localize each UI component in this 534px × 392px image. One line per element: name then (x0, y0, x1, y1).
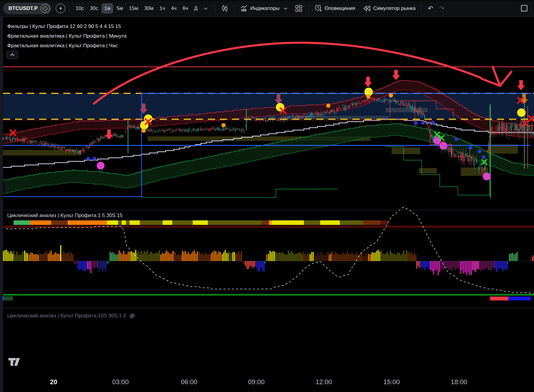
simulator-label: Симулятор рынка (373, 5, 415, 11)
trading-terminal: { "toolbar": { "symbol": "BTCUSDT.P", "t… (0, 0, 534, 392)
timeframe-button-30с[interactable]: 30с (87, 3, 101, 14)
indicators-chevron-icon (283, 5, 289, 11)
timeframe-button-15м[interactable]: 15м (126, 3, 141, 14)
timeframe-group: 10с30с1м5м15м30м1ч4ч6чД (73, 3, 200, 14)
tradingview-logo[interactable] (8, 357, 22, 368)
indicators-icon (240, 5, 248, 12)
broker-diamond-icon (41, 4, 50, 13)
time-axis-label: 09:00 (248, 378, 264, 386)
toolbar-divider (421, 5, 421, 12)
timeframe-button-5м[interactable]: 5м (114, 3, 126, 14)
timeframe-button-6ч[interactable]: 6ч (180, 3, 191, 14)
alert-clock-icon (314, 4, 322, 12)
timeframe-button-Д[interactable]: Д (192, 3, 201, 14)
time-axis-label: 18:00 (451, 378, 467, 386)
toolbar-divider (69, 5, 69, 12)
symbol-name: BTCUSDT.P (8, 5, 38, 11)
rewind-icon (363, 5, 371, 12)
toolbar-divider (234, 5, 235, 12)
timeframe-button-4ч[interactable]: 4ч (168, 3, 179, 14)
market-simulator-button[interactable]: Симулятор рынка (361, 4, 417, 13)
chart-canvas[interactable] (0, 0, 534, 392)
redo-button[interactable]: ↷ (436, 5, 448, 12)
timeframe-button-1м[interactable]: 1м (101, 3, 113, 14)
legend-collapse-button[interactable] (7, 51, 18, 59)
symbol-add-button[interactable]: + (56, 4, 65, 13)
time-axis-label: 15:00 (383, 378, 400, 386)
timeframe-menu-chevron-icon[interactable] (200, 4, 211, 13)
time-axis-label: 06:00 (181, 378, 197, 386)
alerts-button[interactable]: Оповещения (312, 3, 357, 14)
time-axis-label: 12:00 (315, 378, 332, 386)
chart-style-candles-icon[interactable] (219, 3, 231, 14)
indicators-label: Индикаторы (250, 5, 279, 11)
legend-fractal-hour[interactable]: Фрактальная аналитика | Культ Профита | … (7, 41, 126, 51)
chevron-up-icon (10, 53, 15, 56)
top-toolbar: BTCUSDT.P + 10с30с1м5м15м30м1ч4ч6чД Инди… (0, 0, 534, 17)
legend-fractal-minute[interactable]: Фрактальная аналитика | Культ Профита | … (7, 31, 126, 41)
time-axis-label: 20 (50, 378, 57, 386)
cycle-panel2-title-text: Циклический анализ | Культ Профита 10S 3… (7, 313, 126, 319)
toolbar-divider (308, 5, 309, 12)
time-axis-label: 03:00 (112, 378, 129, 386)
toolbar-divider (215, 5, 215, 12)
indicators-button[interactable]: Индикаторы (238, 3, 290, 14)
undo-button[interactable]: ↶ (425, 5, 436, 12)
alerts-label: Оповещения (325, 5, 355, 11)
cycle-panel-title-text: Циклический анализ | Культ Профита 1 5 3… (7, 213, 123, 219)
timeframe-button-10с[interactable]: 10с (73, 3, 86, 14)
cycle-panel2-title[interactable]: Циклический анализ | Культ Профита 10S 3… (7, 313, 136, 319)
cycle-panel-title[interactable]: Циклический анализ | Культ Профита 1 5 3… (7, 213, 123, 219)
eye-off-icon[interactable] (129, 313, 136, 319)
time-axis[interactable]: 2003:0006:0009:0012:0015:0018:00 (0, 376, 534, 388)
indicator-legend: Фильтры | Культ Профита 12 60 2 90 5 4 4… (7, 22, 126, 51)
timeframe-button-30м[interactable]: 30м (142, 3, 156, 14)
legend-filters[interactable]: Фильтры | Культ Профита 12 60 2 90 5 4 4… (7, 22, 126, 31)
timeframe-button-1ч[interactable]: 1ч (157, 3, 168, 14)
fullscreen-button[interactable] (521, 5, 527, 11)
layout-grid-icon[interactable] (293, 4, 305, 13)
symbol-switcher[interactable]: BTCUSDT.P (3, 3, 52, 14)
